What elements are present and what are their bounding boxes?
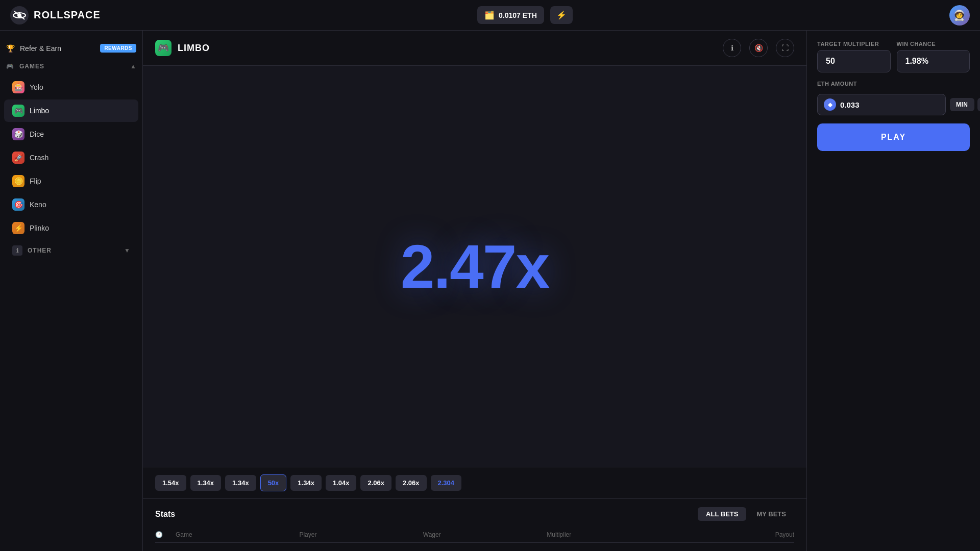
- avatar-emoji: 🧑‍🚀: [953, 9, 966, 21]
- sidebar-item-limbo[interactable]: 🎮 Limbo: [4, 99, 138, 122]
- right-panel: TARGET MULTIPLIER WIN CHANCE ETH AMOUNT …: [806, 31, 980, 551]
- main-layout: 🏆 Refer & Earn REWARDS 🎮 GAMES ▲ 🎰 Yolo …: [0, 31, 980, 551]
- other-left: ℹ OTHER: [12, 245, 52, 256]
- dice-label: Dice: [30, 130, 44, 138]
- col-wager-header: Wager: [423, 531, 547, 538]
- refer-earn-label: Refer & Earn: [20, 44, 61, 53]
- center-panel: 🎮 LIMBO ℹ 🔇 ⛶ 2.47x 1.54x 1.34x 1.34x 50…: [143, 31, 806, 551]
- bolt-button[interactable]: ⚡: [550, 6, 573, 24]
- win-chance-label: WIN CHANCE: [897, 41, 970, 47]
- eth-icon: ◆: [824, 98, 836, 111]
- yolo-icon: 🎰: [12, 81, 24, 93]
- limbo-label: Limbo: [30, 107, 49, 115]
- mute-button[interactable]: 🔇: [749, 39, 768, 57]
- yolo-label: Yolo: [30, 83, 43, 91]
- eth-amount-row: ◆ MIN MAX: [817, 94, 970, 115]
- header: ROLLSPACE 🗂️ 0.0107 ETH ⚡ 🧑‍🚀: [0, 0, 980, 31]
- play-button[interactable]: PLAY: [817, 123, 970, 151]
- sidebar-item-dice[interactable]: 🎲 Dice: [4, 123, 138, 145]
- wallet-badge[interactable]: 🗂️ 0.0107 ETH: [477, 6, 544, 24]
- result-chip-2[interactable]: 1.34x: [225, 475, 256, 491]
- wallet-icon: 🗂️: [484, 10, 495, 20]
- col-player-header: Player: [299, 531, 423, 538]
- game-title: 🎮 LIMBO: [155, 40, 210, 56]
- sidebar-item-plinko[interactable]: ⚡ Plinko: [4, 217, 138, 239]
- result-chip-1[interactable]: 1.34x: [190, 475, 222, 491]
- result-chip-3[interactable]: 50x: [260, 474, 287, 491]
- fullscreen-button[interactable]: ⛶: [776, 39, 794, 57]
- col-multiplier-header: Multiplier: [547, 531, 670, 538]
- info-button[interactable]: ℹ: [723, 39, 741, 57]
- wallet-amount: 0.0107 ETH: [499, 11, 537, 19]
- stats-title: Stats: [155, 510, 175, 519]
- flip-icon: 🪙: [12, 175, 24, 187]
- stats-table-header: 🕐 Game Player Wager Multiplier Payout: [155, 527, 794, 543]
- eth-amount-group: ETH AMOUNT ◆ MIN MAX: [817, 81, 970, 115]
- stats-header: Stats ALL BETS MY BETS: [155, 507, 794, 521]
- result-chip-4[interactable]: 1.34x: [290, 475, 322, 491]
- result-chip-8[interactable]: 2.304: [431, 475, 462, 491]
- logo[interactable]: ROLLSPACE: [10, 6, 101, 24]
- game-name: LIMBO: [178, 43, 210, 54]
- games-section-header[interactable]: 🎮 GAMES ▲: [0, 58, 142, 75]
- trophy-icon: 🏆: [6, 44, 15, 53]
- win-chance-group: WIN CHANCE: [897, 41, 970, 72]
- game-controls: ℹ 🔇 ⛶: [723, 39, 794, 57]
- header-center: 🗂️ 0.0107 ETH ⚡: [477, 6, 573, 24]
- sidebar: 🏆 Refer & Earn REWARDS 🎮 GAMES ▲ 🎰 Yolo …: [0, 31, 143, 551]
- target-multiplier-group: TARGET MULTIPLIER: [817, 41, 891, 72]
- sidebar-item-keno[interactable]: 🎯 Keno: [4, 193, 138, 216]
- info-icon: ℹ: [12, 245, 22, 256]
- sidebar-item-crash[interactable]: 🚀 Crash: [4, 146, 138, 169]
- sidebar-item-yolo[interactable]: 🎰 Yolo: [4, 76, 138, 98]
- result-chip-5[interactable]: 1.04x: [326, 475, 357, 491]
- multiplier-display: 2.47x: [401, 231, 549, 302]
- result-chip-7[interactable]: 2.06x: [396, 475, 427, 491]
- tab-my-bets[interactable]: MY BETS: [748, 507, 794, 521]
- tab-all-bets[interactable]: ALL BETS: [698, 507, 746, 521]
- min-button[interactable]: MIN: [950, 98, 974, 111]
- results-bar: 1.54x 1.34x 1.34x 50x 1.34x 1.04x 2.06x …: [143, 467, 806, 498]
- result-chip-6[interactable]: 2.06x: [360, 475, 391, 491]
- stats-section: Stats ALL BETS MY BETS 🕐 Game Player Wag…: [143, 498, 806, 551]
- sidebar-item-flip[interactable]: 🪙 Flip: [4, 170, 138, 192]
- eth-amount-input[interactable]: [840, 101, 939, 109]
- eth-amount-label: ETH AMOUNT: [817, 81, 970, 87]
- keno-label: Keno: [30, 201, 46, 209]
- game-header: 🎮 LIMBO ℹ 🔇 ⛶: [143, 31, 806, 66]
- rewards-badge: REWARDS: [100, 44, 136, 53]
- multiplier-row: TARGET MULTIPLIER WIN CHANCE: [817, 41, 970, 72]
- dice-icon: 🎲: [12, 128, 24, 140]
- logo-text: ROLLSPACE: [34, 9, 101, 21]
- result-chip-0[interactable]: 1.54x: [155, 475, 186, 491]
- crash-icon: 🚀: [12, 152, 24, 164]
- logo-icon: [10, 6, 29, 24]
- plinko-icon: ⚡: [12, 222, 24, 234]
- max-button[interactable]: MAX: [977, 98, 981, 111]
- crash-label: Crash: [30, 154, 48, 162]
- other-chevron-icon: ▼: [124, 247, 130, 254]
- keno-icon: 🎯: [12, 198, 24, 211]
- target-multiplier-input[interactable]: [817, 50, 891, 72]
- col-payout-header: Payout: [671, 531, 794, 538]
- refer-earn-button[interactable]: 🏆 Refer & Earn REWARDS: [0, 39, 142, 58]
- plinko-label: Plinko: [30, 224, 49, 232]
- min-max-buttons: MIN MAX: [950, 98, 980, 111]
- col-game-header: Game: [176, 531, 299, 538]
- col-time-icon: 🕐: [155, 531, 176, 538]
- controller-icon: 🎮: [6, 63, 14, 70]
- games-section-label: 🎮 GAMES: [6, 63, 44, 70]
- limbo-icon: 🎮: [12, 105, 24, 117]
- avatar[interactable]: 🧑‍🚀: [949, 5, 970, 26]
- games-chevron-icon: ▲: [130, 63, 136, 70]
- game-logo-icon: 🎮: [155, 40, 172, 56]
- game-viewport: 2.47x: [143, 66, 806, 467]
- flip-label: Flip: [30, 177, 41, 185]
- eth-input-wrapper: ◆: [817, 94, 946, 115]
- games-list: 🎰 Yolo 🎮 Limbo 🎲 Dice 🚀 Crash 🪙 Flip 🎯: [0, 76, 142, 239]
- win-chance-input[interactable]: [897, 50, 970, 72]
- target-multiplier-label: TARGET MULTIPLIER: [817, 41, 891, 47]
- refer-earn-left: 🏆 Refer & Earn: [6, 44, 61, 53]
- other-section[interactable]: ℹ OTHER ▼: [4, 240, 138, 261]
- stats-tabs: ALL BETS MY BETS: [698, 507, 794, 521]
